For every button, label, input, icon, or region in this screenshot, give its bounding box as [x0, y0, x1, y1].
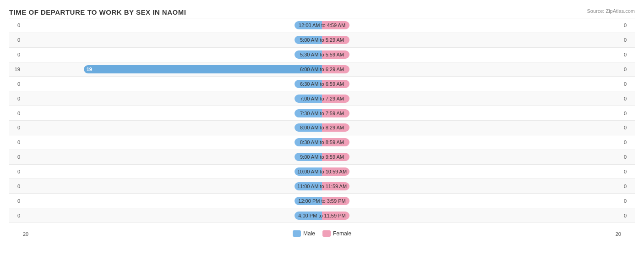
row-label: 6:00 AM to 6:29 AM — [298, 67, 346, 72]
legend-female-label: Female — [333, 230, 351, 237]
row-bars: 7:30 AM to 7:59 AM — [23, 106, 621, 120]
table-row: 012:00 AM to 4:59 AM0 — [9, 18, 635, 33]
legend-female: Female — [322, 230, 351, 237]
legend: Male Female — [293, 230, 351, 237]
row-label: 12:00 AM to 4:59 AM — [297, 22, 347, 28]
row-label: 10:00 AM to 10:59 AM — [295, 169, 349, 174]
row-label: 9:00 AM to 9:59 AM — [298, 154, 346, 160]
row-female-value: 0 — [621, 22, 635, 28]
row-male-value: 0 — [9, 198, 23, 204]
male-bar-value: 19 — [87, 65, 92, 73]
row-female-value: 0 — [621, 52, 635, 57]
table-row: 19196:00 AM to 6:29 AM0 — [9, 62, 635, 77]
row-male-value: 19 — [9, 67, 23, 72]
row-male-value: 0 — [9, 81, 23, 87]
legend-male-label: Male — [303, 230, 315, 237]
row-female-value: 0 — [621, 139, 635, 145]
table-row: 09:00 AM to 9:59 AM0 — [9, 150, 635, 164]
table-row: 08:00 AM to 8:29 AM0 — [9, 120, 635, 135]
row-male-value: 0 — [9, 22, 23, 28]
row-female-value: 0 — [621, 111, 635, 116]
row-female-value: 0 — [621, 198, 635, 204]
axis-right-label: 20 — [616, 231, 621, 237]
row-bars: 196:00 AM to 6:29 AM — [23, 62, 621, 77]
row-male-value: 0 — [9, 96, 23, 101]
row-female-value: 0 — [621, 81, 635, 87]
table-row: 05:30 AM to 5:59 AM0 — [9, 47, 635, 62]
row-bars: 7:00 AM to 7:29 AM — [23, 91, 621, 106]
row-label: 4:00 PM to 11:59 PM — [296, 213, 347, 218]
row-female-value: 0 — [621, 154, 635, 160]
female-swatch — [322, 230, 331, 237]
row-bars: 5:00 AM to 5:29 AM — [23, 33, 621, 47]
row-label: 6:30 AM to 6:59 AM — [298, 81, 346, 87]
row-male-value: 0 — [9, 52, 23, 57]
male-swatch — [293, 230, 301, 237]
row-female-value: 0 — [621, 96, 635, 101]
table-row: 04:00 PM to 11:59 PM0 — [9, 208, 635, 223]
row-label: 7:30 AM to 7:59 AM — [298, 111, 346, 116]
row-male-value: 0 — [9, 111, 23, 116]
row-label: 8:30 AM to 8:59 AM — [298, 139, 346, 145]
row-bars: 10:00 AM to 10:59 AM — [23, 165, 621, 179]
row-female-value: 0 — [621, 169, 635, 174]
row-bars: 12:00 AM to 4:59 AM — [23, 18, 621, 33]
row-male-value: 0 — [9, 139, 23, 145]
row-bars: 9:00 AM to 9:59 AM — [23, 150, 621, 164]
axis-left-label: 20 — [23, 231, 28, 237]
row-bars: 5:30 AM to 5:59 AM — [23, 48, 621, 62]
row-female-value: 0 — [621, 37, 635, 43]
table-row: 07:30 AM to 7:59 AM0 — [9, 106, 635, 120]
row-bars: 8:00 AM to 8:29 AM — [23, 121, 621, 135]
row-male-value: 0 — [9, 37, 23, 43]
row-male-value: 0 — [9, 169, 23, 174]
male-bar — [84, 65, 322, 73]
table-row: 07:00 AM to 7:29 AM0 — [9, 91, 635, 106]
row-bars: 8:30 AM to 8:59 AM — [23, 135, 621, 150]
row-bars: 4:00 PM to 11:59 PM — [23, 208, 621, 223]
table-row: 08:30 AM to 8:59 AM0 — [9, 135, 635, 150]
row-bars: 12:00 PM to 3:59 PM — [23, 194, 621, 208]
rows-wrapper: 012:00 AM to 4:59 AM005:00 AM to 5:29 AM… — [9, 18, 635, 223]
row-label: 12:00 PM to 3:59 PM — [296, 198, 347, 204]
row-label: 7:00 AM to 7:29 AM — [298, 96, 346, 101]
table-row: 05:00 AM to 5:29 AM0 — [9, 33, 635, 47]
row-female-value: 0 — [621, 213, 635, 218]
chart-container: TIME OF DEPARTURE TO WORK BY SEX IN NAOM… — [0, 0, 644, 273]
table-row: 011:00 AM to 11:59 AM0 — [9, 178, 635, 193]
source-text: Source: ZipAtlas.com — [587, 8, 635, 14]
table-row: 010:00 AM to 10:59 AM0 — [9, 164, 635, 179]
row-female-value: 0 — [621, 67, 635, 72]
table-row: 06:30 AM to 6:59 AM0 — [9, 76, 635, 91]
axis-bottom: 20 Male Female 20 — [23, 229, 621, 237]
row-male-value: 0 — [9, 125, 23, 130]
row-male-value: 0 — [9, 184, 23, 189]
row-male-value: 0 — [9, 213, 23, 218]
legend-male: Male — [293, 230, 315, 237]
table-row: 012:00 PM to 3:59 PM0 — [9, 193, 635, 208]
row-label: 5:30 AM to 5:59 AM — [298, 52, 346, 57]
chart-title: TIME OF DEPARTURE TO WORK BY SEX IN NAOM… — [9, 8, 635, 16]
row-label: 11:00 AM to 11:59 AM — [295, 184, 349, 189]
chart-area: 012:00 AM to 4:59 AM005:00 AM to 5:29 AM… — [9, 18, 635, 237]
row-label: 8:00 AM to 8:29 AM — [298, 125, 346, 130]
row-label: 5:00 AM to 5:29 AM — [298, 37, 346, 43]
row-female-value: 0 — [621, 125, 635, 130]
row-male-value: 0 — [9, 154, 23, 160]
row-bars: 6:30 AM to 6:59 AM — [23, 77, 621, 91]
row-bars: 11:00 AM to 11:59 AM — [23, 179, 621, 193]
row-female-value: 0 — [621, 184, 635, 189]
